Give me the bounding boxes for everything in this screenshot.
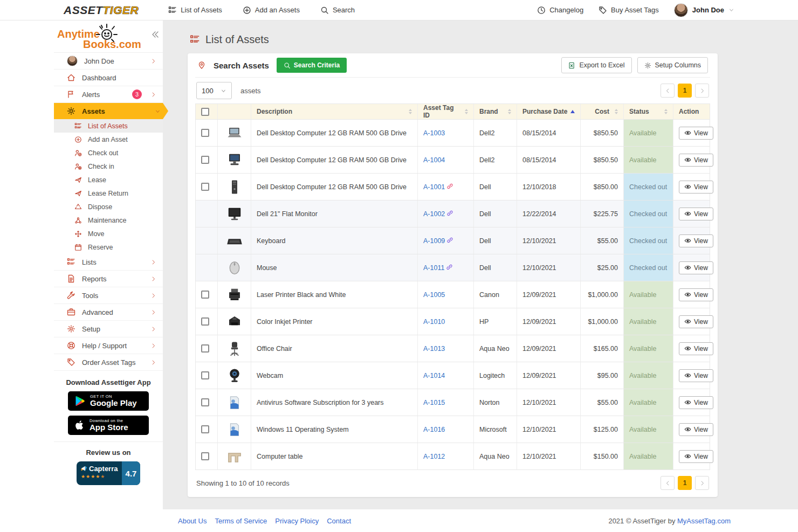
changelog-button[interactable]: Changelog [537, 6, 583, 15]
asset-tag-link[interactable]: A-1001 [423, 183, 445, 191]
capterra-badge[interactable]: Capterra ★★★★★ 4.7 [77, 461, 140, 485]
sidebar-subitem-lease[interactable]: Lease [54, 173, 163, 186]
setup-columns-button[interactable]: Setup Columns [637, 57, 708, 73]
footer-link-privacy-ploicy[interactable]: Privacy Ploicy [275, 517, 319, 525]
view-button[interactable]: View [679, 369, 713, 382]
topnav-search[interactable]: Search [320, 6, 355, 15]
row-checkbox[interactable] [201, 452, 209, 460]
buy-asset-tags-button[interactable]: Buy Asset Tags [598, 6, 659, 15]
column-header-asset-tag-id[interactable]: Asset Tag ID [417, 104, 473, 119]
google-play-icon [74, 395, 85, 407]
assettiger-logo[interactable]: ASSETTIGER [64, 4, 139, 17]
app-store-badge[interactable]: Download on the App Store [68, 416, 149, 435]
sidebar-item-tools[interactable]: Tools [54, 287, 163, 304]
sidebar-subitem-label: Maintenance [88, 217, 127, 224]
asset-tag-link[interactable]: A-1013 [423, 345, 445, 353]
prev-page-button[interactable] [661, 84, 675, 98]
page-1-button[interactable]: 1 [678, 84, 692, 98]
sidebar-subitem-reserve[interactable]: Reserve [54, 240, 163, 254]
column-header-status[interactable]: Status [623, 104, 673, 119]
sidebar-subitem-check-out[interactable]: Check out [54, 146, 163, 160]
footer-link-terms-of-service[interactable]: Terms of Service [215, 517, 267, 525]
topnav-list-of-assets[interactable]: List of Assets [168, 6, 222, 15]
row-checkbox[interactable] [201, 344, 209, 353]
next-page-button[interactable] [695, 84, 709, 98]
sidebar-item-reports[interactable]: Reports [54, 271, 163, 287]
sidebar-item-setup[interactable]: Setup [54, 321, 163, 337]
plus-circle-icon [74, 136, 82, 143]
view-button[interactable]: View [679, 127, 713, 140]
sidebar-subitem-dispose[interactable]: Dispose [54, 200, 163, 213]
user-menu[interactable]: John Doe [674, 3, 734, 17]
report-icon [67, 274, 75, 283]
asset-tag-link[interactable]: A-1014 [423, 372, 445, 379]
sidebar-subitem-add-an-asset[interactable]: Add an Asset [54, 133, 163, 146]
asset-tag-link[interactable]: A-1005 [423, 291, 445, 299]
view-button[interactable]: View [679, 181, 713, 194]
select-all-checkbox[interactable] [201, 108, 209, 116]
view-button[interactable]: View [679, 288, 713, 301]
next-page-button[interactable] [695, 476, 709, 490]
asset-tag-link[interactable]: A-1009 [423, 237, 445, 245]
row-checkbox[interactable] [201, 371, 209, 379]
asset-tag-link[interactable]: A-1011 [423, 264, 444, 272]
table-row: WebcamA-1014Logitech12/09/2021$95.00Avai… [196, 362, 710, 389]
row-checkbox[interactable] [201, 425, 209, 433]
column-header-description[interactable]: Description [251, 104, 417, 119]
myassettag-link[interactable]: MyAssetTag.com [677, 517, 731, 525]
row-checkbox[interactable] [201, 129, 209, 137]
asset-tag-link[interactable]: A-1015 [423, 399, 445, 406]
sidebar-subitem-check-in[interactable]: Check in [54, 160, 163, 173]
sidebar-subitem-lease-return[interactable]: Lease Return [54, 186, 163, 200]
table-row: Dell Desktop Computer 12 GB RAM 500 GB D… [196, 174, 710, 201]
asset-tag-link[interactable]: A-1012 [423, 453, 445, 460]
search-criteria-button[interactable]: Search Criteria [277, 58, 347, 73]
asset-tag-link[interactable]: A-1003 [423, 129, 445, 137]
row-checkbox[interactable] [201, 156, 209, 164]
view-button[interactable]: View [679, 208, 713, 220]
page-1-button[interactable]: 1 [678, 476, 692, 490]
google-play-badge[interactable]: GET IT ON Google Play [68, 391, 149, 411]
collapse-sidebar-icon[interactable] [151, 30, 160, 39]
column-header-purchase-date[interactable]: Purchase Date [517, 104, 580, 119]
asset-tag-link[interactable]: A-1004 [423, 156, 445, 164]
chevron-down-icon [728, 7, 734, 13]
footer-link-contact[interactable]: Contact [327, 517, 351, 525]
prev-page-button[interactable] [661, 476, 675, 490]
sidebar-subitem-maintenance[interactable]: Maintenance [54, 213, 163, 227]
view-button[interactable]: View [679, 315, 713, 328]
sidebar-item-order-asset-tags[interactable]: Order Asset Tags [54, 354, 163, 371]
sidebar-item-advanced[interactable]: Advanced [54, 304, 163, 321]
brand-cell: Aqua Neo [473, 335, 517, 362]
description-cell: Dell Desktop Computer 12 GB RAM 500 GB D… [251, 174, 417, 200]
view-button[interactable]: View [679, 261, 713, 274]
table-row: Antivirus Software Subscription for 3 ye… [196, 389, 710, 416]
column-header-brand[interactable]: Brand [473, 104, 517, 119]
asset-tag-link[interactable]: A-1016 [423, 426, 445, 433]
sidebar-item-assets[interactable]: Assets [54, 103, 168, 119]
column-header-cost[interactable]: Cost [580, 104, 623, 119]
row-checkbox[interactable] [201, 183, 209, 191]
row-checkbox[interactable] [201, 398, 209, 406]
sidebar-subitem-move[interactable]: Move [54, 227, 163, 240]
row-checkbox[interactable] [201, 317, 209, 326]
view-button[interactable]: View [679, 234, 713, 247]
export-to-excel-button[interactable]: Export to Excel [561, 57, 631, 73]
view-button[interactable]: View [679, 396, 713, 409]
sidebar-subitem-list-of-assets[interactable]: List of Assets [54, 119, 163, 133]
sidebar-item-alerts[interactable]: Alerts3 [54, 86, 163, 103]
asset-tag-link[interactable]: A-1002 [423, 210, 445, 218]
view-button[interactable]: View [679, 154, 713, 167]
view-button[interactable]: View [679, 342, 713, 355]
view-button[interactable]: View [679, 423, 713, 436]
sidebar-item-dashboard[interactable]: Dashboard [54, 70, 163, 86]
sidebar-item-help-support[interactable]: Help / Support [54, 337, 163, 354]
sidebar-item-lists[interactable]: Lists [54, 254, 163, 271]
topnav-add-an-assets[interactable]: Add an Assets [243, 6, 300, 15]
page-size-select[interactable]: 100 [196, 82, 232, 99]
sidebar-item-john-doe[interactable]: John Doe [54, 53, 163, 70]
row-checkbox[interactable] [201, 291, 209, 299]
view-button[interactable]: View [679, 450, 713, 463]
asset-tag-link[interactable]: A-1010 [423, 318, 445, 326]
footer-link-about-us[interactable]: About Us [178, 517, 207, 525]
